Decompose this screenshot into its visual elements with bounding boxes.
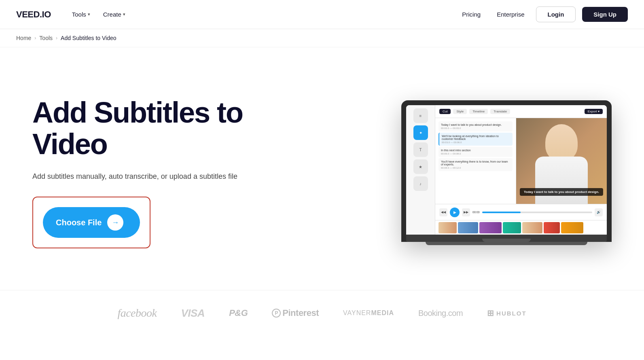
editor-sidebar: ≡ ✦ T ★ ♪: [406, 105, 435, 235]
hero-right: ≡ ✦ T ★ ♪ Cut Style Timeline Transla: [401, 100, 612, 245]
laptop-screen-outer: ≡ ✦ T ★ ♪ Cut Style Timeline Transla: [401, 100, 612, 242]
subtitle-panel: Today I want to talk to you about produc…: [435, 118, 516, 204]
pinterest-label: Pinterest: [282, 308, 319, 318]
editor-main: Cut Style Timeline Translate Export ▾ T: [435, 105, 607, 235]
login-button[interactable]: Login: [536, 6, 576, 22]
logo-booking: Booking.com: [418, 309, 463, 318]
breadcrumb: Home › Tools › Add Subtitles to Video: [0, 29, 644, 47]
film-thumb-5: [522, 222, 542, 233]
film-thumb-3: [479, 222, 502, 233]
nav-pricing[interactable]: Pricing: [457, 8, 485, 21]
breadcrumb-tools[interactable]: Tools: [39, 35, 53, 41]
tab-style[interactable]: Style: [453, 109, 467, 114]
laptop-mockup: ≡ ✦ T ★ ♪ Cut Style Timeline Transla: [401, 100, 612, 245]
tab-cut[interactable]: Cut: [439, 109, 451, 114]
timeline-progress-bar[interactable]: [482, 212, 592, 213]
film-thumb-7: [561, 222, 583, 233]
laptop-base: [406, 235, 607, 242]
person-head: [545, 124, 578, 161]
hero-title: Add Subtitles to Video: [32, 97, 243, 160]
upload-box[interactable]: Choose File →: [32, 197, 150, 248]
logo-vaynermedia: VAYNERMEDIA: [343, 309, 394, 317]
nav-enterprise[interactable]: Enterprise: [492, 8, 529, 21]
laptop-screen-inner: ≡ ✦ T ★ ♪ Cut Style Timeline Transla: [406, 105, 607, 235]
volume-icon[interactable]: 🔊: [595, 208, 603, 216]
logo-facebook: facebook: [117, 307, 157, 320]
hero-section: Add Subtitles to Video Add subtitles man…: [0, 47, 644, 290]
breadcrumb-sep-2: ›: [56, 35, 57, 41]
timeline-play-button[interactable]: ▶: [450, 208, 460, 217]
tools-chevron-icon: ▾: [88, 12, 90, 17]
logo-pinterest: P Pinterest: [272, 308, 319, 318]
tab-timeline[interactable]: Timeline: [469, 109, 488, 114]
sidebar-icon-audio: ♪: [413, 176, 428, 191]
timeline-fwd-button[interactable]: ▶▶: [462, 208, 470, 216]
timeline-time: 00:03: [472, 211, 480, 214]
editor-topbar: Cut Style Timeline Translate Export ▾: [435, 105, 607, 118]
nav-tools[interactable]: Tools ▾: [67, 8, 95, 21]
film-thumb-2: [458, 222, 478, 233]
nav-menu: Tools ▾ Create ▾: [67, 8, 130, 21]
subtitle-item-4[interactable]: You'll have everything there is to know,…: [439, 158, 513, 171]
signup-button[interactable]: Sign Up: [582, 7, 628, 22]
video-subtitle-overlay: Today I want to talk to you about produc…: [520, 188, 603, 196]
sidebar-icon-menu: ≡: [413, 108, 428, 123]
breadcrumb-sep-1: ›: [34, 35, 36, 41]
timeline-back-button[interactable]: ◀◀: [439, 208, 447, 216]
create-chevron-icon: ▾: [123, 12, 125, 17]
choose-file-button[interactable]: Choose File →: [43, 207, 140, 238]
hero-subtitle: Add subtitles manually, auto transcribe,…: [32, 171, 243, 182]
tab-translate[interactable]: Translate: [490, 109, 510, 114]
sidebar-icon-subtitle: ✦: [413, 125, 428, 140]
video-preview: Today I want to talk to you about produc…: [516, 118, 607, 204]
nav-create[interactable]: Create ▾: [98, 8, 130, 21]
breadcrumb-current: Add Subtitles to Video: [61, 35, 117, 41]
hublot-label: HUBLOT: [496, 310, 527, 317]
logo-pg: P&G: [229, 308, 248, 318]
pinterest-icon: P: [272, 309, 281, 318]
export-button-mini[interactable]: Export ▾: [585, 109, 603, 114]
logos-row: facebook VISA P&G P Pinterest VAYNERMEDI…: [32, 307, 612, 320]
breadcrumb-home[interactable]: Home: [16, 35, 31, 41]
film-thumb-6: [544, 222, 560, 233]
sidebar-icon-star: ★: [413, 159, 428, 174]
film-strip: [435, 220, 607, 235]
subtitle-item-1[interactable]: Today I want to talk to you about produc…: [439, 121, 513, 131]
arrow-icon: →: [107, 214, 123, 231]
navbar-right: Pricing Enterprise Login Sign Up: [457, 6, 628, 22]
trusted-logos-section: facebook VISA P&G P Pinterest VAYNERMEDI…: [0, 290, 644, 344]
navbar: VEED.IO Tools ▾ Create ▾ Pricing Enterpr…: [0, 0, 644, 29]
subtitle-item-3[interactable]: In this next intro section 00:06.0 — 00:…: [439, 147, 513, 157]
logo-hublot: ⊞ HUBLOT: [487, 308, 527, 318]
film-thumb-4: [503, 222, 521, 233]
hublot-h-icon: ⊞: [487, 308, 495, 318]
sidebar-icon-text: T: [413, 142, 428, 157]
logo-visa: VISA: [181, 307, 205, 320]
editor-content: Today I want to talk to you about produc…: [435, 118, 607, 204]
laptop-bottom-bar: [426, 242, 587, 245]
film-thumb-1: [439, 222, 457, 233]
logo[interactable]: VEED.IO: [16, 9, 51, 20]
hero-left: Add Subtitles to Video Add subtitles man…: [32, 97, 243, 249]
editor-timeline: ◀◀ ▶ ▶▶ 00:03 🔊: [435, 204, 607, 220]
subtitle-item-2[interactable]: We'll be looking at everything from idea…: [439, 133, 513, 146]
navbar-left: VEED.IO Tools ▾ Create ▾: [16, 8, 130, 21]
person-body: [535, 157, 588, 204]
timeline-progress-fill: [482, 212, 521, 213]
